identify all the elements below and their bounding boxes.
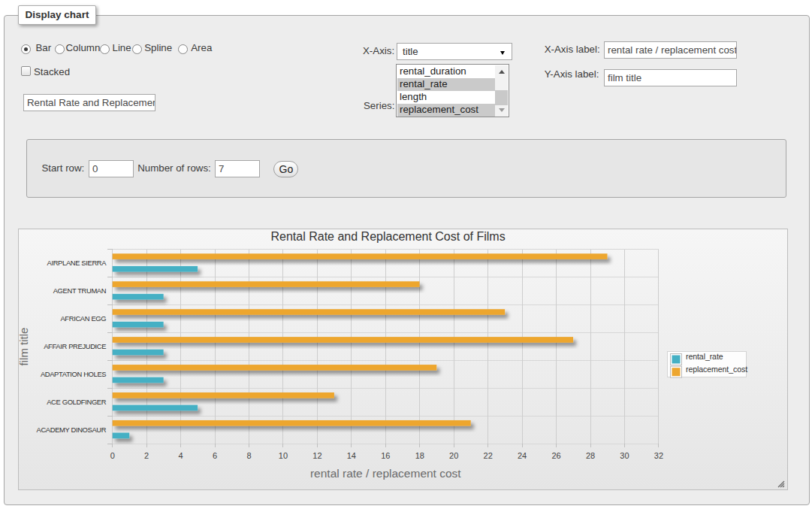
svg-text:20: 20	[449, 451, 458, 460]
svg-text:18: 18	[415, 451, 424, 460]
svg-text:ADAPTATION HOLES: ADAPTATION HOLES	[41, 370, 106, 378]
svg-text:10: 10	[279, 451, 288, 460]
svg-text:rental rate / replacement cost: rental rate / replacement cost	[310, 467, 461, 480]
svg-text:AGENT TRUMAN: AGENT TRUMAN	[53, 286, 106, 295]
svg-text:AFRICAN EGG: AFRICAN EGG	[60, 314, 106, 323]
svg-text:16: 16	[381, 451, 390, 460]
svg-text:4: 4	[179, 451, 183, 460]
svg-text:ACE GOLDFINGER: ACE GOLDFINGER	[47, 398, 107, 406]
svg-text:AIRPLANE SIERRA: AIRPLANE SIERRA	[47, 259, 107, 267]
svg-text:26: 26	[551, 451, 560, 460]
svg-text:8: 8	[246, 451, 251, 460]
svg-text:28: 28	[586, 451, 595, 460]
svg-text:ACADEMY DINOSAUR: ACADEMY DINOSAUR	[37, 426, 107, 434]
svg-text:rental_rate: rental_rate	[686, 352, 723, 361]
svg-text:12: 12	[312, 451, 321, 460]
svg-text:32: 32	[654, 451, 663, 460]
svg-text:24: 24	[518, 451, 527, 460]
svg-text:replacement_cost: replacement_cost	[686, 365, 747, 374]
svg-text:Rental Rate and Replacement Co: Rental Rate and Replacement Cost of Film…	[271, 230, 506, 243]
svg-text:AFFAIR PREJUDICE: AFFAIR PREJUDICE	[44, 342, 106, 350]
svg-text:0: 0	[110, 451, 115, 460]
svg-text:2: 2	[144, 451, 149, 460]
svg-text:22: 22	[484, 451, 493, 460]
svg-text:30: 30	[620, 451, 629, 460]
svg-text:6: 6	[213, 451, 217, 460]
svg-text:14: 14	[347, 451, 356, 460]
svg-text:film title: film title	[19, 328, 30, 366]
